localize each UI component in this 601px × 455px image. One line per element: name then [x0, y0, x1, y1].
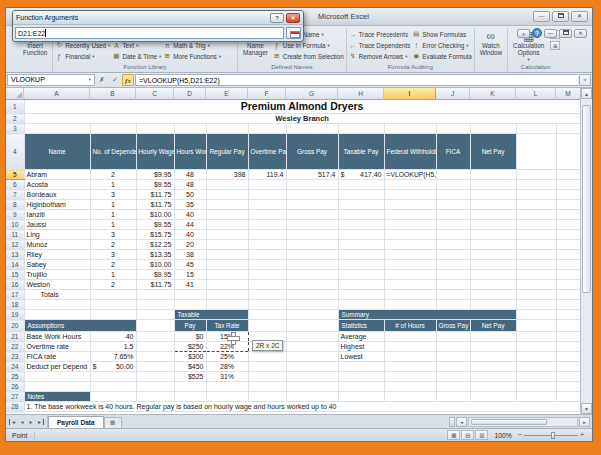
tax-pay-cell[interactable]: $525 — [174, 372, 206, 382]
cancel-button[interactable]: ✗ — [96, 74, 108, 86]
financial-button[interactable]: ƒFinancial▾ — [55, 51, 110, 61]
assumption-value[interactable]: 40 — [90, 332, 136, 342]
cell-name[interactable]: Sabey — [24, 260, 90, 270]
cell[interactable] — [470, 300, 516, 310]
cell[interactable] — [384, 352, 436, 362]
cell-dependents[interactable]: 3 — [90, 190, 136, 200]
cell[interactable] — [516, 240, 556, 250]
scroll-up-icon[interactable]: ▲ — [581, 88, 592, 99]
cell[interactable] — [384, 240, 436, 250]
cell[interactable] — [338, 270, 384, 280]
totals-label-cell[interactable]: Totals — [24, 290, 90, 300]
tax-pay-cell[interactable]: $450 — [174, 362, 206, 372]
vertical-scroll-thumb[interactable] — [582, 105, 591, 294]
cell[interactable] — [384, 372, 436, 382]
cell[interactable] — [436, 372, 470, 382]
cell[interactable] — [136, 290, 174, 300]
row-header[interactable]: 11 — [6, 230, 24, 240]
summary-header-stats[interactable]: Statistics — [338, 320, 384, 332]
cell[interactable] — [24, 124, 90, 134]
cell[interactable] — [206, 240, 248, 250]
cell-dependents[interactable]: 2 — [90, 240, 136, 250]
cell[interactable] — [286, 260, 338, 270]
cell[interactable] — [338, 240, 384, 250]
cell[interactable] — [384, 342, 436, 352]
cell[interactable] — [556, 270, 580, 280]
cell-dependents[interactable]: 2 — [90, 260, 136, 270]
cell[interactable] — [384, 260, 436, 270]
cell[interactable] — [384, 280, 436, 290]
column-header-g[interactable]: G — [286, 88, 338, 100]
cell[interactable] — [206, 270, 248, 280]
cell[interactable] — [436, 362, 470, 372]
cell[interactable] — [136, 342, 174, 352]
cell-hours[interactable]: 15 — [174, 270, 206, 280]
cell[interactable] — [338, 200, 384, 210]
cell[interactable] — [470, 250, 516, 260]
column-header-a[interactable]: A — [24, 88, 90, 100]
cell-dependents[interactable]: 2 — [90, 170, 136, 180]
header-hours[interactable]: Hours Worked — [174, 134, 206, 170]
cell-name[interactable]: Abram — [24, 170, 90, 180]
sheet-subtitle-cell[interactable]: Wesley Branch — [24, 114, 580, 124]
cell[interactable] — [470, 124, 516, 134]
horizontal-scrollbar[interactable]: ◄ ► — [447, 415, 592, 428]
show-formulas-button[interactable]: ▤Show Formulas — [412, 29, 471, 39]
cell[interactable] — [136, 124, 174, 134]
minimize-icon[interactable]: — — [533, 11, 550, 22]
zoom-in-icon[interactable]: + — [580, 431, 584, 439]
row-header[interactable]: 19 — [6, 310, 24, 320]
tax-rate-cell[interactable]: 15% — [206, 332, 248, 342]
cell-hours[interactable]: 38 — [174, 250, 206, 260]
row-header[interactable]: 27 — [6, 392, 24, 402]
cell[interactable] — [384, 220, 436, 230]
header-overtime[interactable]: Overtime Pay — [248, 134, 286, 170]
row-header[interactable]: 26 — [6, 382, 24, 392]
summary-row-label[interactable]: Average — [338, 332, 384, 342]
enter-button[interactable]: ✓ — [109, 74, 121, 86]
cell[interactable] — [286, 220, 338, 230]
cell[interactable] — [436, 270, 470, 280]
cell[interactable] — [286, 320, 338, 332]
cell[interactable] — [470, 352, 516, 362]
cell[interactable] — [248, 230, 286, 240]
column-header-c[interactable]: C — [136, 88, 174, 100]
tax-table-header-pay[interactable]: Pay — [174, 320, 206, 332]
zoom-out-icon[interactable]: − — [518, 431, 522, 439]
cell-name[interactable]: Bordeaux — [24, 190, 90, 200]
cell[interactable] — [516, 124, 556, 134]
cell-dependents[interactable]: 1 — [90, 270, 136, 280]
cell[interactable] — [136, 362, 174, 372]
cell[interactable] — [384, 124, 436, 134]
cell-regular-pay[interactable]: 398 — [206, 170, 248, 180]
cell[interactable] — [470, 332, 516, 342]
tax-pay-cell[interactable]: $300 — [174, 352, 206, 362]
cell[interactable] — [24, 310, 90, 320]
header-name[interactable]: Name — [24, 134, 90, 170]
dialog-reference-input[interactable]: D21:E22 — [15, 27, 284, 39]
cell[interactable] — [286, 240, 338, 250]
cell[interactable] — [516, 260, 556, 270]
cell-name[interactable]: Trujillo — [24, 270, 90, 280]
cell[interactable] — [384, 230, 436, 240]
cell[interactable] — [556, 230, 580, 240]
workbook-restore-icon[interactable] — [559, 29, 572, 38]
row-header-5-selected[interactable]: 5 — [6, 170, 24, 180]
cell[interactable] — [516, 382, 556, 392]
cell[interactable] — [286, 230, 338, 240]
cell-wage[interactable]: $9.55 — [136, 180, 174, 190]
cell-wage[interactable]: $12.25 — [136, 240, 174, 250]
cell[interactable] — [248, 372, 286, 382]
dialog-titlebar[interactable]: Function Arguments ? ✕ — [13, 11, 303, 25]
cell[interactable] — [286, 200, 338, 210]
cell[interactable] — [470, 190, 516, 200]
cell[interactable] — [24, 382, 90, 392]
trace-dependents-button[interactable]: ←Trace Dependents — [349, 40, 411, 50]
cell[interactable] — [436, 200, 470, 210]
tab-split-handle[interactable] — [449, 417, 455, 427]
tax-pay-cell[interactable]: $250 — [174, 342, 206, 352]
cell[interactable] — [470, 342, 516, 352]
restore-icon[interactable] — [552, 11, 569, 22]
cell[interactable] — [286, 290, 338, 300]
cell[interactable] — [384, 210, 436, 220]
